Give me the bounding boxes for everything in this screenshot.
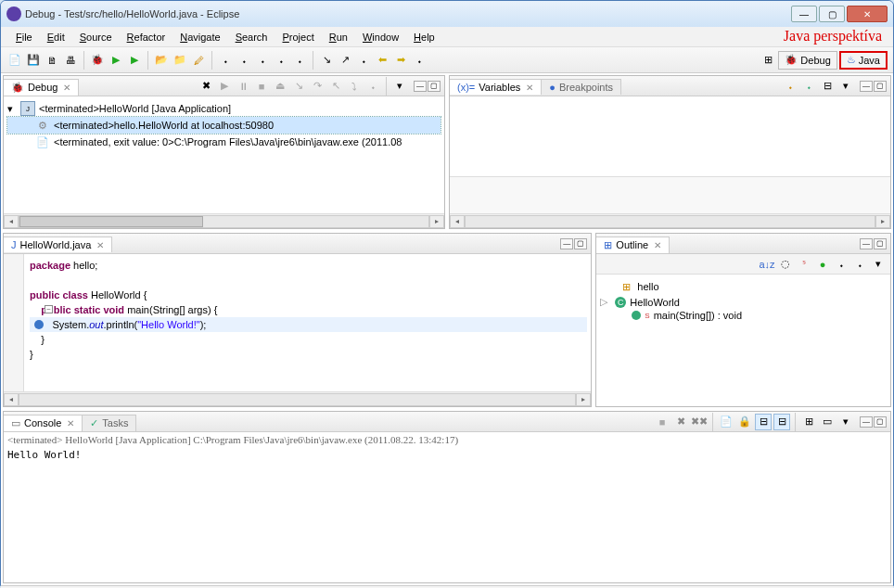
remove-terminated-button[interactable]: ✖	[198, 78, 214, 95]
close-tab-icon[interactable]: ✕	[654, 240, 661, 250]
console-view-menu-button[interactable]: ▾	[837, 414, 854, 430]
breakpoint-icon[interactable]	[34, 320, 44, 329]
close-tab-icon[interactable]: ✕	[63, 83, 70, 93]
perspective-java[interactable]: ♨ Java	[839, 51, 888, 70]
hide-local-button[interactable]: ⬩	[833, 256, 849, 273]
collapse-all-button[interactable]: ⊟	[819, 78, 836, 95]
tab-tasks[interactable]: ✓ Tasks	[83, 415, 136, 431]
tb-btn-3[interactable]: ⬩	[291, 52, 308, 69]
menu-edit[interactable]: Edit	[40, 30, 72, 45]
toggle-breakpoint-button[interactable]: ⬩	[217, 52, 234, 69]
menu-source[interactable]: Source	[72, 30, 120, 45]
tab-variables[interactable]: (x)= Variables ✕	[450, 79, 542, 95]
menu-navigate[interactable]: Navigate	[172, 30, 227, 45]
open-console-button[interactable]: ⊞	[800, 414, 817, 430]
menu-help[interactable]: Help	[406, 30, 442, 45]
step-return-button[interactable]: ↖	[327, 78, 344, 95]
close-button[interactable]: ✕	[847, 6, 888, 22]
minimize-button[interactable]: —	[791, 6, 817, 22]
pin-console-button[interactable]: ⊟	[755, 414, 772, 430]
tab-console[interactable]: ▭ Console ✕	[4, 415, 83, 431]
disconnect-button[interactable]: ⏏	[272, 78, 288, 95]
tb-btn-5[interactable]: ⬩	[411, 52, 428, 69]
save-button[interactable]: 💾	[25, 52, 42, 69]
code-editor[interactable]: package hello; public class HelloWorld {…	[4, 254, 591, 391]
terminate-button[interactable]: ■	[253, 78, 270, 95]
use-step-filters-button[interactable]: ⬩	[364, 78, 381, 95]
new-console-button[interactable]: ▭	[819, 414, 836, 430]
new-button[interactable]: 📄	[6, 52, 23, 69]
clear-console-button[interactable]: 📄	[718, 414, 734, 430]
menu-window[interactable]: Window	[355, 30, 406, 45]
tb-btn-4[interactable]: ⬩	[355, 52, 372, 69]
outline-tree[interactable]: ⊞ hello ▷ C HelloWorld S main(String[]) …	[596, 275, 890, 406]
open-perspective-button[interactable]: ⊞	[760, 52, 776, 69]
debug-view-menu-button[interactable]: ▾	[391, 78, 408, 95]
hide-static-button[interactable]: ˢ	[796, 256, 812, 273]
run-button[interactable]: ▶	[108, 52, 124, 69]
fold-icon[interactable]: −	[45, 305, 53, 313]
sort-button[interactable]: a↓z	[759, 256, 775, 273]
menu-file[interactable]: File	[8, 30, 40, 45]
forward-button[interactable]: ➡	[392, 52, 409, 69]
minimize-view-button[interactable]: —	[860, 81, 873, 92]
minimize-view-button[interactable]: —	[860, 416, 873, 428]
outline-item-method[interactable]: S main(String[]) : void	[600, 309, 887, 322]
menu-refactor[interactable]: Refactor	[120, 30, 173, 45]
step-button[interactable]: ↘	[318, 52, 335, 69]
vars-view-menu-button[interactable]: ▾	[837, 78, 854, 95]
perspective-debug[interactable]: 🐞 Debug	[778, 51, 837, 70]
tb-btn-2[interactable]: ⬩	[273, 52, 289, 69]
search-button[interactable]: 🖉	[190, 52, 207, 69]
outline-item-class[interactable]: ▷ C HelloWorld	[600, 295, 887, 309]
skip-breakpoints-button[interactable]: ⬩	[236, 52, 252, 69]
outline-item-package[interactable]: ⊞ hello	[600, 278, 887, 295]
maximize-view-button[interactable]: ▢	[874, 416, 887, 428]
tree-row-vm[interactable]: ⚙ <terminated>hello.HelloWorld at localh…	[7, 117, 441, 134]
debug-tree[interactable]: ▾ J <terminated>HelloWorld [Java Applica…	[4, 96, 444, 213]
close-tab-icon[interactable]: ✕	[96, 240, 104, 250]
menu-search[interactable]: Search	[228, 30, 275, 45]
debug-button[interactable]: 🐞	[89, 52, 106, 69]
console-output[interactable]: Hello World!	[4, 447, 890, 463]
minimize-view-button[interactable]: —	[560, 238, 573, 249]
maximize-button[interactable]: ▢	[819, 6, 845, 22]
editor-hscrollbar[interactable]: ◂▸	[4, 391, 591, 406]
back-button[interactable]: ⬅	[374, 52, 390, 69]
remove-all-button[interactable]: ✖✖	[691, 414, 708, 430]
tab-outline[interactable]: ⊞ Outline ✕	[596, 236, 670, 253]
save-all-button[interactable]: 🗎	[44, 52, 60, 69]
minimize-view-button[interactable]: —	[860, 238, 873, 249]
tab-breakpoints[interactable]: ● Breakpoints	[542, 79, 621, 95]
run-last-button[interactable]: ▶	[126, 52, 143, 69]
link-editor-button[interactable]: ⬩	[851, 256, 868, 273]
suspend-button[interactable]: ⏸	[235, 78, 251, 95]
terminate-console-button[interactable]: ■	[654, 414, 670, 430]
step-over-button[interactable]: ↷	[309, 78, 326, 95]
hide-fields-button[interactable]: ◌	[777, 256, 794, 273]
menu-run[interactable]: Run	[322, 30, 355, 45]
outline-view-menu-button[interactable]: ▾	[870, 256, 887, 273]
tab-debug[interactable]: 🐞 Debug ✕	[4, 79, 79, 96]
maximize-view-button[interactable]: ▢	[428, 81, 441, 92]
vars-hscrollbar[interactable]: ◂▸	[450, 213, 890, 228]
maximize-view-button[interactable]: ▢	[874, 81, 887, 92]
tb-btn-1[interactable]: ⬩	[254, 52, 271, 69]
open-task-button[interactable]: 📁	[172, 52, 188, 69]
minimize-view-button[interactable]: —	[414, 81, 427, 92]
menu-project[interactable]: Project	[275, 30, 322, 45]
show-type-names-button[interactable]: ⬩	[782, 78, 798, 95]
maximize-view-button[interactable]: ▢	[874, 238, 887, 249]
tree-row-process[interactable]: 📄 <terminated, exit value: 0>C:\Program …	[7, 134, 441, 150]
step-into-button[interactable]: ↘	[290, 78, 307, 95]
print-button[interactable]: 🖶	[62, 52, 79, 69]
open-type-button[interactable]: 📂	[153, 52, 170, 69]
remove-launch-button[interactable]: ✖	[672, 414, 689, 430]
debug-hscrollbar[interactable]: ◂▸	[4, 213, 444, 228]
close-tab-icon[interactable]: ✕	[526, 83, 533, 93]
editor-ruler[interactable]	[4, 254, 24, 391]
tab-editor[interactable]: J HelloWorld.java ✕	[4, 236, 112, 252]
drop-button[interactable]: ↗	[337, 52, 353, 69]
resume-button[interactable]: ▶	[216, 78, 233, 95]
show-logical-button[interactable]: ⬩	[800, 78, 817, 95]
